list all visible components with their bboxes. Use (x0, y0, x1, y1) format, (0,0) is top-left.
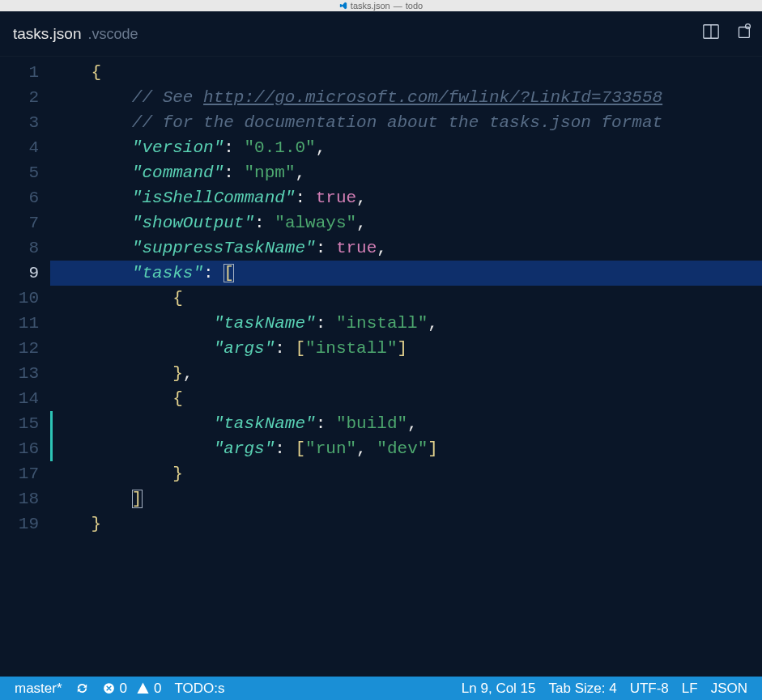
code-line[interactable]: // See http://go.microsoft.com/fwlink/?L… (50, 85, 762, 110)
sync-icon (75, 681, 89, 695)
git-sync[interactable] (69, 677, 96, 700)
bracket-match (132, 490, 143, 508)
code-area[interactable]: { // See http://go.microsoft.com/fwlink/… (50, 57, 762, 677)
line-number: 15 (0, 411, 39, 436)
cursor-position[interactable]: Ln 9, Col 15 (455, 681, 543, 697)
line-number: 5 (0, 160, 39, 185)
code-line[interactable]: } (50, 461, 762, 486)
code-line[interactable]: "taskName": "install", (50, 311, 762, 336)
tab-tasks-json[interactable]: tasks.json .vscode (13, 25, 138, 43)
cursor (223, 264, 234, 282)
git-modified-indicator (50, 411, 53, 461)
line-number: 6 (0, 185, 39, 210)
svg-point-3 (746, 23, 751, 28)
code-line[interactable]: "args": ["run", "dev"] (50, 436, 762, 461)
code-line[interactable]: } (50, 511, 762, 537)
line-number: 12 (0, 336, 39, 361)
problems[interactable]: 0 0 (96, 677, 168, 700)
code-line[interactable]: ] (50, 486, 762, 511)
window-titlebar: tasks.json — todo (0, 0, 762, 11)
line-number: 2 (0, 85, 39, 110)
code-line[interactable]: "isShellCommand": true, (50, 185, 762, 210)
line-number: 4 (0, 135, 39, 160)
language-mode[interactable]: JSON (705, 681, 754, 697)
line-number: 14 (0, 386, 39, 411)
line-number: 18 (0, 486, 39, 511)
line-number: 19 (0, 511, 39, 537)
status-bar: master* 0 0 TODO:s Ln 9, Col 15 Tab Size… (0, 677, 762, 700)
editor[interactable]: 12345678910111213141516171819 { // See h… (0, 57, 762, 677)
line-gutter: 12345678910111213141516171819 (0, 57, 50, 677)
title-project: todo (406, 1, 423, 11)
code-line[interactable]: "command": "npm", (50, 160, 762, 185)
line-number: 7 (0, 210, 39, 235)
code-line[interactable]: "showOutput": "always", (50, 210, 762, 235)
split-editor-icon[interactable] (702, 23, 720, 45)
line-number: 1 (0, 60, 39, 85)
todos[interactable]: TODO:s (168, 677, 232, 700)
encoding[interactable]: UTF-8 (624, 681, 675, 697)
tab-folder: .vscode (87, 26, 138, 43)
code-line[interactable]: "version": "0.1.0", (50, 135, 762, 160)
code-line[interactable]: "taskName": "build", (50, 411, 762, 436)
code-line[interactable]: { (50, 286, 762, 311)
vscode-icon (339, 2, 347, 10)
code-line[interactable]: "tasks": [ (50, 261, 762, 286)
tab-bar: tasks.json .vscode (0, 11, 762, 57)
line-number: 17 (0, 461, 39, 486)
code-line[interactable]: }, (50, 361, 762, 386)
line-number: 9 (0, 261, 39, 286)
title-filename: tasks.json (351, 1, 390, 11)
code-line[interactable]: // for the documentation about the tasks… (50, 110, 762, 135)
tab-size[interactable]: Tab Size: 4 (543, 681, 624, 697)
code-line[interactable]: { (50, 60, 762, 85)
warning-icon (136, 681, 150, 695)
error-icon (102, 681, 116, 695)
code-line[interactable]: "args": ["install"] (50, 336, 762, 361)
code-line[interactable]: { (50, 386, 762, 411)
line-number: 11 (0, 311, 39, 336)
line-number: 3 (0, 110, 39, 135)
show-opened-editors-icon[interactable] (734, 23, 752, 45)
tab-filename: tasks.json (13, 25, 81, 43)
line-number: 10 (0, 286, 39, 311)
git-branch[interactable]: master* (8, 677, 69, 700)
line-number: 13 (0, 361, 39, 386)
line-number: 8 (0, 235, 39, 261)
code-line[interactable]: "suppressTaskName": true, (50, 235, 762, 261)
line-number: 16 (0, 436, 39, 461)
eol[interactable]: LF (675, 681, 705, 697)
